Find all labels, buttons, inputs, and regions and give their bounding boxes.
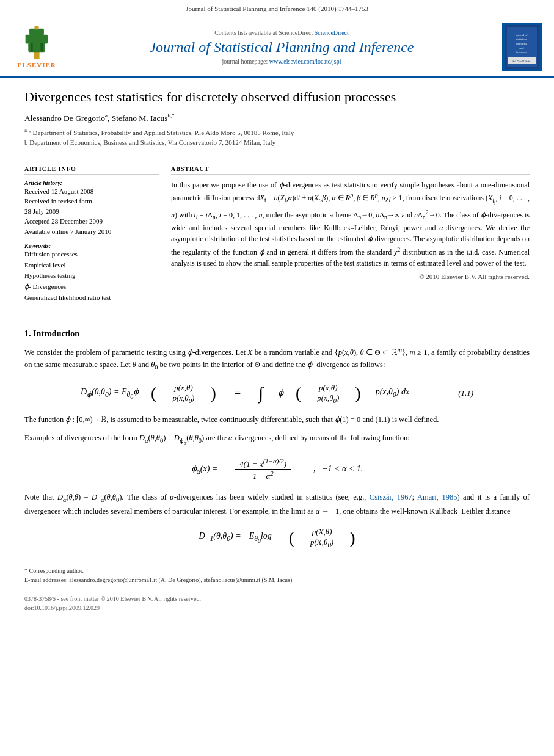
journal-main-title: Journal of Statistical Planning and Infe… (71, 38, 492, 56)
eq-number-1-1: (1.1) (458, 388, 473, 398)
section-title: Introduction (33, 329, 79, 338)
keyword-item: ϕ- Divergences (24, 282, 159, 293)
journal-banner: ELSEVIER Contents lists available at Sci… (0, 15, 554, 78)
article-history-group: Article history: Received 12 August 2008… (24, 180, 159, 237)
keyword-item: Generalized likelihood ratio test (24, 293, 159, 303)
svg-rect-0 (34, 51, 39, 59)
keyword-item: Empirical level (24, 260, 159, 271)
intro-para2: The function ϕ : [0,∞)→ℝ, is assumed to … (24, 413, 530, 426)
history-label: Article history: (24, 180, 159, 186)
svg-rect-2 (26, 34, 48, 43)
section-heading-intro: 1. Introduction (24, 329, 530, 339)
phi-alpha-formula: ϕα(x) = 4(1 − x(1+α)/2) 1 − α2 , −1 < α … (24, 457, 530, 482)
author-sup-b: b,* (168, 112, 175, 118)
journal-homepage-link[interactable]: www.elsevier.com/locate/jspi (269, 58, 341, 65)
journal-homepage: journal homepage: www.elsevier.com/locat… (71, 58, 492, 65)
abstract-copyright: © 2010 Elsevier B.V. All rights reserved… (171, 273, 530, 280)
intro-para4: Note that Dα(θ,θ) = D−α(θ,θ0). The class… (24, 491, 530, 517)
section-divider (24, 319, 530, 319)
close-paren2-icon: ) (355, 385, 360, 402)
svg-text:journal of: journal of (515, 34, 528, 37)
keyword-item: Hypotheses testing (24, 271, 159, 282)
csiszar-ref-link[interactable]: Csiszár, 1967 (370, 493, 412, 501)
authors-line: Alessandro De Gregorioa, Stefano M. Iacu… (24, 112, 530, 123)
open-paren2-icon: ( (296, 385, 301, 402)
intro-para3: Examples of divergences of the form Dα(θ… (24, 432, 530, 447)
svg-rect-6 (40, 43, 43, 51)
footnote-corresponding: * Corresponding author. E-mail addresses… (24, 566, 530, 584)
close-paren-icon: ) (210, 385, 216, 402)
article-title: Divergences test statistics for discrete… (24, 89, 530, 106)
elsevier-label: ELSEVIER (17, 61, 56, 68)
issn-line: 0378-3758/$ - see front matter © 2010 El… (24, 594, 530, 603)
svg-text:and: and (519, 46, 524, 49)
received-revised-label: Received in revised form (24, 196, 159, 206)
main-content: Divergences test statistics for discrete… (0, 78, 554, 625)
abstract-column: ABSTRACT In this paper we propose the us… (171, 165, 530, 309)
svg-text:ELSEVIER: ELSEVIER (512, 59, 531, 63)
keywords-list: Diffusion processes Empirical level Hypo… (24, 249, 159, 303)
journal-citation: Journal of Statistical Planning and Infe… (186, 5, 368, 12)
affiliation-b: b Department of Economics, Business and … (24, 137, 530, 148)
journal-cover-image: journal of statistical planning and infe… (502, 23, 542, 71)
abstract-text: In this paper we propose the use of ϕ-di… (171, 180, 530, 269)
svg-text:planning: planning (516, 42, 527, 45)
amari-ref-link[interactable]: Amari, 1985 (417, 493, 457, 501)
author-sup-a: a (105, 112, 108, 118)
keyword-item: Diffusion processes (24, 249, 159, 260)
equation-d-minus-1: D−1(θ,θ0) = −Eθ0log ( p(X,θ) p(X,θ0) ) (24, 527, 530, 548)
accepted-date: Accepted 28 December 2009 (24, 216, 159, 227)
footnote-divider (24, 561, 134, 561)
integral-sign-icon: ∫ (258, 383, 263, 403)
article-info-label: ARTICLE INFO (24, 165, 159, 175)
email-line: E-mail addresses: alessandro.degregorio@… (24, 575, 530, 584)
equation-1-1: Dϕ(θ,θ0) = Eθ0ϕ ( p(x,θ) p(x,θ0) ) = ∫ ϕ… (24, 383, 530, 404)
keywords-label: Keywords: (24, 242, 159, 249)
keywords-group: Keywords: Diffusion processes Empirical … (24, 242, 159, 303)
close-paren3-icon: ) (349, 529, 355, 547)
cover-thumbnail-icon: journal of statistical planning and infe… (505, 25, 539, 69)
intro-para1: We consider the problem of parametric te… (24, 345, 530, 373)
bottom-info: 0378-3758/$ - see front matter © 2010 El… (24, 594, 530, 612)
received-date: Received 12 August 2008 (24, 186, 159, 197)
open-paren3-icon: ( (289, 529, 294, 547)
elsevier-tree-icon (15, 26, 58, 60)
svg-text:statistical: statistical (516, 38, 528, 41)
available-date: Available online 7 January 2010 (24, 227, 159, 237)
section-number: 1. (24, 329, 31, 338)
journal-title-area: Contents lists available at ScienceDirec… (71, 29, 492, 65)
elsevier-logo: ELSEVIER (12, 26, 61, 68)
top-header: Journal of Statistical Planning and Infe… (0, 0, 554, 15)
sciencedirect-link[interactable]: ScienceDirect (315, 29, 349, 36)
sciencedirect-line: Contents lists available at ScienceDirec… (71, 29, 492, 36)
doi-line: doi:10.1016/j.jspi.2009.12.029 (24, 603, 530, 612)
svg-rect-5 (31, 43, 33, 51)
article-info-abstract-section: ARTICLE INFO Article history: Received 1… (24, 158, 530, 309)
abstract-label: ABSTRACT (171, 165, 530, 175)
open-paren-icon: ( (151, 385, 156, 402)
article-info-column: ARTICLE INFO Article history: Received 1… (24, 165, 159, 309)
corresponding-label: * Corresponding author. (24, 566, 530, 575)
affiliations: a ᵃ Department of Statistics, Probabilit… (24, 126, 530, 148)
revised-date: 28 July 2009 (24, 206, 159, 217)
affiliation-a: a ᵃ Department of Statistics, Probabilit… (24, 126, 530, 137)
svg-text:inference: inference (516, 51, 528, 54)
